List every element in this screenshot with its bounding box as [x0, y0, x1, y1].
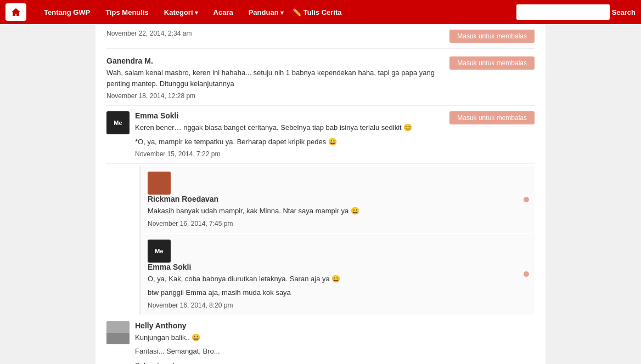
helly-text3: Salam kenal — [135, 360, 535, 365]
emma2-dot — [524, 271, 529, 277]
reply-button-emma1[interactable]: Masuk untuk membalas — [449, 111, 535, 124]
home-button[interactable] — [5, 3, 26, 21]
helly-text2: Fantasi... Semangat, Bro... — [135, 346, 535, 357]
rickman-date: November 16, 2014, 7:45 pm — [148, 220, 528, 228]
reply-button-ganendra[interactable]: Masuk untuk membalas — [449, 56, 535, 70]
reply-rickman: Rickman Roedavan Makasih banyak udah mam… — [141, 166, 535, 233]
emma2-date: November 16, 2014, 8:20 pm — [148, 302, 528, 309]
nav-panduan[interactable]: Panduan — [242, 5, 290, 20]
rickman-text: Makasih banyak udah mampir, kak Minna. N… — [148, 206, 528, 217]
search-area: Search — [516, 4, 636, 20]
emma1-author: Emma Sokli — [135, 111, 449, 120]
nested-replies: Rickman Roedavan Makasih banyak udah mam… — [139, 166, 535, 315]
nav-links: Tentang GWP Tips Menulis Kategori Acara … — [37, 5, 516, 20]
emma2-avatar: Me — [148, 240, 171, 263]
reply-button-top[interactable]: Masuk untuk membalas — [449, 30, 535, 43]
comment-ganendra: Masuk untuk membalas Ganendra M. Wah, sa… — [106, 51, 535, 106]
navbar: Tentang GWP Tips Menulis Kategori Acara … — [0, 0, 641, 24]
emma1-body: Emma Sokli Keren bener… nggak biasa bang… — [135, 111, 449, 158]
helly-header: Helly Anthony Kunjungan balik.. 😀 Fantas… — [106, 321, 535, 365]
emma1-text2: *O, ya, mampir ke tempatku ya. Berharap … — [135, 136, 449, 147]
nav-tentang[interactable]: Tentang GWP — [37, 5, 97, 20]
search-button[interactable]: Search — [612, 8, 636, 16]
rickman-header: Rickman Roedavan Makasih banyak udah mam… — [148, 172, 528, 228]
emma1-text1: Keren bener… nggak biasa banget ceritany… — [135, 122, 449, 133]
search-input[interactable] — [516, 4, 610, 20]
emma2-text2: btw panggil Emma aja, masih muda kok say… — [148, 287, 528, 298]
emma2-text1: O, ya, Kak, coba babnya diurutkan letakn… — [148, 274, 528, 285]
nav-kategori[interactable]: Kategori — [158, 5, 205, 20]
helly-text1: Kunjungan balik.. 😀 — [135, 332, 535, 343]
emma2-body: Emma Sokli O, ya, Kak, coba babnya diuru… — [148, 263, 528, 309]
comment-top: Masuk untuk membalas November 22, 2014, … — [106, 24, 535, 49]
ganendra-date: November 18, 2014, 12:28 pm — [106, 92, 535, 100]
emma1-date: November 15, 2014, 7:22 pm — [135, 150, 449, 158]
rickman-dot — [524, 197, 529, 202]
emma1-avatar: Me — [106, 111, 130, 134]
pencil-icon: ✏️ — [293, 8, 301, 16]
nav-tips[interactable]: Tips Menulis — [99, 5, 155, 20]
tulis-cerita-link[interactable]: ✏️ Tulis Cerita — [293, 8, 342, 16]
helly-author: Helly Anthony — [135, 321, 535, 330]
page-content: Masuk untuk membalas November 22, 2014, … — [95, 24, 546, 364]
ganendra-text: Wah, salam kenal masbro, keren ini hahah… — [106, 67, 535, 89]
reply-emma2: Me Emma Sokli O, ya, Kak, coba babnya di… — [141, 234, 535, 315]
nav-acara[interactable]: Acara — [207, 5, 240, 20]
comment-helly: Helly Anthony Kunjungan balik.. 😀 Fantas… — [106, 316, 535, 365]
rickman-avatar — [148, 172, 171, 195]
rickman-author: Rickman Roedavan — [148, 195, 528, 203]
helly-body: Helly Anthony Kunjungan balik.. 😀 Fantas… — [135, 321, 535, 365]
emma2-header: Me Emma Sokli O, ya, Kak, coba babnya di… — [148, 240, 528, 309]
comments-section: Masuk untuk membalas November 22, 2014, … — [95, 24, 546, 364]
helly-avatar — [106, 321, 130, 344]
emma1-header: Me Emma Sokli Keren bener… nggak biasa b… — [106, 111, 449, 158]
comment-emma1: Masuk untuk membalas Me Emma Sokli Keren… — [106, 106, 535, 164]
rickman-body: Rickman Roedavan Makasih banyak udah mam… — [148, 195, 528, 228]
emma2-author: Emma Sokli — [148, 263, 528, 271]
